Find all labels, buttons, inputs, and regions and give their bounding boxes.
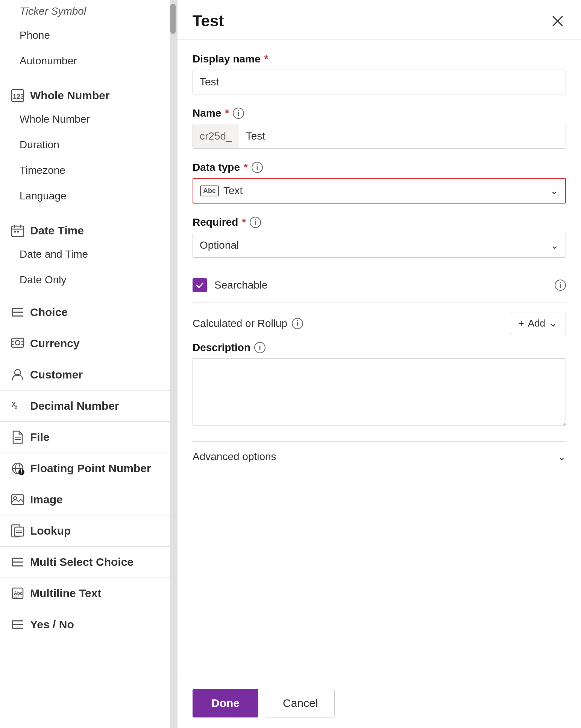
divider-calc [193, 302, 566, 302]
description-info-icon[interactable]: i [254, 342, 265, 353]
searchable-checkbox[interactable] [193, 278, 207, 292]
floating-label: Floating Point Number [30, 462, 151, 475]
list-item-timezone[interactable]: Timezone [0, 158, 176, 183]
required-label: Required * i [193, 216, 566, 228]
required-info-icon[interactable]: i [250, 217, 261, 228]
svg-text:def: def [14, 595, 19, 599]
cancel-button[interactable]: Cancel [266, 689, 335, 717]
searchable-info-icon[interactable]: i [555, 280, 566, 291]
name-input-wrapper: cr25d_ [193, 124, 566, 149]
list-item-phone[interactable]: Phone [0, 23, 176, 48]
panel-body: Display name * Name * i cr25d_ Data type… [177, 40, 581, 678]
list-item-date-only[interactable]: Date Only [0, 267, 176, 293]
name-prefix: cr25d_ [193, 124, 239, 148]
section-file[interactable]: File [0, 424, 176, 450]
name-info-icon[interactable]: i [233, 108, 244, 119]
svg-text:2: 2 [15, 405, 17, 410]
section-lookup[interactable]: Lookup [0, 518, 176, 544]
description-textarea[interactable] [193, 358, 566, 426]
advanced-options-row[interactable]: Advanced options ⌄ [193, 441, 566, 469]
datetime-header: Date Time [30, 224, 84, 237]
dropdown-left: Abc Text [200, 185, 243, 197]
section-multiselect[interactable]: Multi Select Choice [0, 549, 176, 575]
left-panel: Ticker Symbol Phone Autonumber 123 Whole… [0, 0, 177, 728]
section-multiline[interactable]: Abc def Multiline Text [0, 580, 176, 606]
scrollbar[interactable] [170, 0, 176, 728]
currency-label: Currency [30, 337, 80, 350]
section-yesno[interactable]: Yes / No [0, 611, 176, 638]
section-choice[interactable]: Choice [0, 299, 176, 325]
truncated-item: Ticker Symbol [0, 0, 176, 23]
name-group: Name * i cr25d_ [193, 107, 566, 149]
divider [0, 453, 176, 453]
panel-header: Test [177, 0, 581, 40]
decimal-label: Decimal Number [30, 400, 119, 412]
image-label: Image [30, 493, 63, 506]
file-label: File [30, 431, 50, 444]
section-customer[interactable]: Customer [0, 362, 176, 388]
add-label: Add [528, 318, 545, 329]
calc-info-icon[interactable]: i [292, 318, 303, 329]
section-currency[interactable]: Currency [0, 330, 176, 357]
decimal-icon: X 2 [11, 399, 25, 413]
divider [0, 328, 176, 328]
list-item-whole-number[interactable]: Whole Number [0, 106, 176, 132]
currency-icon [11, 336, 25, 351]
globe-icon [11, 461, 25, 476]
data-type-value: Text [223, 185, 243, 197]
svg-rect-6 [14, 231, 16, 233]
calc-row: Calculated or Rollup i + Add ⌄ [193, 305, 566, 342]
calc-label: Calculated or Rollup i [193, 318, 303, 330]
scroll-thumb[interactable] [170, 4, 176, 34]
list-item-language[interactable]: Language [0, 183, 176, 209]
required-star-name: * [225, 107, 229, 119]
image-icon [11, 492, 25, 507]
data-type-dropdown[interactable]: Abc Text ⌄ [193, 178, 566, 204]
list-item-autonumber[interactable]: Autonumber [0, 48, 176, 74]
divider [0, 609, 176, 609]
required-value: Optional [200, 239, 239, 251]
required-star-req: * [242, 216, 246, 228]
advanced-options-chevron: ⌄ [558, 451, 566, 463]
section-datetime: Date Time [0, 215, 176, 242]
close-button[interactable] [549, 13, 566, 29]
file-icon [11, 430, 25, 444]
add-chevron-icon: ⌄ [549, 318, 557, 329]
multiselect-label: Multi Select Choice [30, 556, 133, 568]
divider [0, 546, 176, 547]
name-input[interactable] [239, 124, 566, 148]
required-star-type: * [244, 161, 248, 173]
description-group: Description i [193, 342, 566, 429]
123-icon: 123 [11, 88, 25, 103]
searchable-label: Searchable [214, 279, 547, 291]
divider-choice [0, 296, 176, 296]
section-decimal[interactable]: X 2 Decimal Number [0, 393, 176, 419]
section-floating[interactable]: Floating Point Number [0, 455, 176, 482]
divider [0, 390, 176, 391]
list-item-duration[interactable]: Duration [0, 132, 176, 158]
required-dropdown[interactable]: Optional ⌄ [193, 233, 566, 258]
choice-label: Choice [30, 306, 68, 319]
display-name-label: Display name * [193, 53, 566, 65]
divider-datetime [0, 212, 176, 212]
yesno-icon [11, 617, 25, 632]
yesno-label: Yes / No [30, 618, 74, 631]
add-icon: + [519, 318, 524, 329]
list-item-date-and-time[interactable]: Date and Time [0, 242, 176, 267]
panel-footer: Done Cancel [177, 678, 581, 728]
svg-text:123: 123 [13, 93, 24, 100]
whole-number-header: Whole Number [30, 89, 110, 102]
data-type-info-icon[interactable]: i [252, 162, 263, 173]
panel-title: Test [193, 12, 224, 30]
list-icon-choice [11, 305, 25, 319]
add-button[interactable]: + Add ⌄ [510, 313, 566, 334]
section-image[interactable]: Image [0, 486, 176, 513]
divider [0, 359, 176, 359]
searchable-row: Searchable i [193, 271, 566, 300]
display-name-input[interactable] [193, 70, 566, 94]
done-button[interactable]: Done [193, 689, 258, 717]
svg-point-28 [21, 473, 22, 474]
person-icon [11, 368, 25, 382]
svg-rect-13 [15, 340, 20, 345]
divider [0, 421, 176, 422]
